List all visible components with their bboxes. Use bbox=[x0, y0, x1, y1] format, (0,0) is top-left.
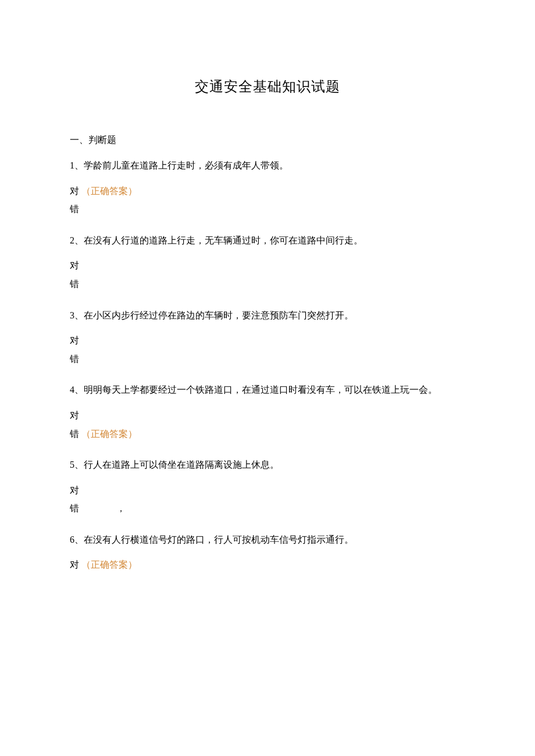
question-text: 5、行人在道路上可以倚坐在道路隔离设施上休息。 bbox=[70, 457, 465, 472]
choice-false: 错 bbox=[70, 277, 465, 292]
question-block: 3、在小区内步行经过停在路边的车辆时，要注意预防车门突然打开。 对 错 bbox=[70, 308, 465, 367]
choice-true: 对 bbox=[70, 333, 465, 348]
choice-true-label: 对 bbox=[70, 186, 79, 196]
choice-true-label: 对 bbox=[70, 260, 79, 270]
correct-answer-label: （正确答案） bbox=[81, 560, 137, 569]
document-page: 交通安全基础知识试题 一、判断题 1、学龄前儿童在道路上行走时，必须有成年人带领… bbox=[0, 0, 535, 624]
choice-false-label: 错 bbox=[70, 204, 79, 214]
question-text: 4、明明每天上学都要经过一个铁路道口，在通过道口时看没有车，可以在铁道上玩一会。 bbox=[70, 382, 465, 397]
choice-true: 对 （正确答案） bbox=[70, 184, 465, 199]
choice-false-label: 错 bbox=[70, 503, 79, 513]
question-text: 2、在没有人行道的道路上行走，无车辆通过时，你可在道路中间行走。 bbox=[70, 233, 465, 248]
question-text: 6、在没有人行横道信号灯的路口，行人可按机动车信号灯指示通行。 bbox=[70, 532, 465, 547]
choice-true: 对 bbox=[70, 408, 465, 423]
page-title: 交通安全基础知识试题 bbox=[70, 76, 465, 98]
correct-answer-label: （正确答案） bbox=[81, 186, 137, 196]
question-block: 2、在没有人行道的道路上行走，无车辆通过时，你可在道路中间行走。 对 错 bbox=[70, 233, 465, 292]
choice-true-label: 对 bbox=[70, 560, 79, 569]
choice-false: 错 （正确答案） bbox=[70, 427, 465, 442]
choice-false: 错 ， bbox=[70, 501, 465, 516]
choice-true-label: 对 bbox=[70, 485, 79, 495]
question-block: 4、明明每天上学都要经过一个铁路道口，在通过道口时看没有车，可以在铁道上玩一会。… bbox=[70, 382, 465, 441]
choice-true: 对 （正确答案） bbox=[70, 557, 465, 572]
choice-false: 错 bbox=[70, 202, 465, 217]
question-text: 1、学龄前儿童在道路上行走时，必须有成年人带领。 bbox=[70, 158, 465, 173]
choice-false-label: 错 bbox=[70, 354, 79, 364]
question-block: 5、行人在道路上可以倚坐在道路隔离设施上休息。 对 错 ， bbox=[70, 457, 465, 516]
choice-false: 错 bbox=[70, 352, 465, 367]
question-block: 1、学龄前儿童在道路上行走时，必须有成年人带领。 对 （正确答案） 错 bbox=[70, 158, 465, 217]
choice-true-label: 对 bbox=[70, 410, 79, 420]
choice-true: 对 bbox=[70, 258, 465, 273]
section-header: 一、判断题 bbox=[70, 132, 465, 148]
extra-mark: ， bbox=[116, 501, 126, 516]
choice-false-label: 错 bbox=[70, 279, 79, 289]
correct-answer-label: （正确答案） bbox=[81, 429, 137, 439]
choice-true: 对 bbox=[70, 483, 465, 498]
question-text: 3、在小区内步行经过停在路边的车辆时，要注意预防车门突然打开。 bbox=[70, 308, 465, 323]
choice-true-label: 对 bbox=[70, 335, 79, 345]
question-block: 6、在没有人行横道信号灯的路口，行人可按机动车信号灯指示通行。 对 （正确答案） bbox=[70, 532, 465, 572]
choice-false-label: 错 bbox=[70, 429, 79, 439]
